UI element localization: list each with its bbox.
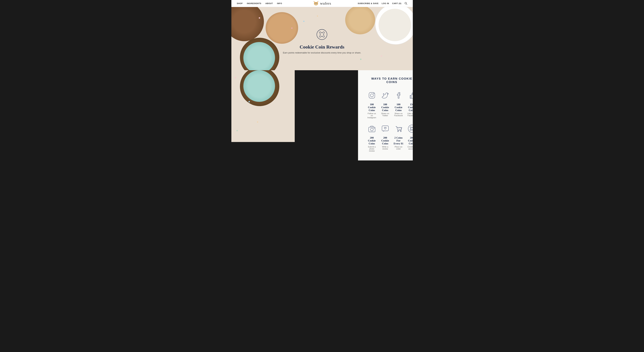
nav-links-left: SHOP INGREDIENTS ABOUT INFO [237,2,282,4]
nav-login[interactable]: LOG IN [382,2,389,4]
rewards-panel: WAYS TO EARN COOKIE COINS 100 Cookie Coi… [358,70,413,161]
nav-shop[interactable]: SHOP [237,2,243,4]
hero-bottom-left [232,70,295,161]
svg-point-32 [408,125,413,132]
hero-coin-icon [316,28,328,40]
instagram-text: 100 Cookie Coins Follow us on Instagram [366,103,377,119]
svg-point-35 [410,129,412,131]
photo-review-text: 200 Cookie Coins Submit a photo review [366,136,377,152]
nav-cart[interactable]: CART (0) [392,2,401,4]
thumbsup-icon [407,90,413,101]
create-account-action: Create an account [407,146,413,150]
facebook-like-text: 150 Cookie Coins Like us on Facebook [407,103,413,117]
cart-icon [393,123,404,134]
reward-photo-review[interactable]: 200 Cookie Coins Submit a photo review [366,123,377,152]
reward-create-account[interactable]: 200 Cookie Coins Create an account [407,123,413,152]
navbar: SHOP INGREDIENTS ABOUT INFO wufers SUBSC… [232,0,413,7]
svg-point-30 [400,131,401,132]
svg-point-24 [374,93,374,94]
heart-chat-icon [380,123,390,134]
twitter-text: 100 Cookie Coins Share on Twitter [380,103,390,117]
photo-review-action: Submit a photo review [366,146,377,152]
page-wrapper: Cookie Coin Rewards Earn points redeemab… [232,7,413,161]
logo-icon [313,0,319,6]
hero-title: Cookie Coin Rewards [283,44,361,50]
instagram-icon [366,90,377,101]
svg-point-7 [405,2,406,4]
hero-content: Cookie Coin Rewards Earn points redeemab… [283,28,361,54]
svg-point-4 [315,3,316,4]
svg-point-23 [370,94,374,97]
nav-links-right: SUBSCRIBE & SAVE LOG IN CART (0) [358,2,407,5]
photo-review-coins: 200 Cookie Coins [366,136,377,145]
svg-point-5 [316,3,317,4]
svg-point-9 [317,29,327,40]
nav-logo[interactable]: wufers [313,0,331,6]
facebook-share-action: Share on Facebook [393,112,404,117]
write-review-action: Write a review [380,146,390,150]
svg-point-36 [412,129,413,131]
write-review-text: 200 Cookie Coins Write a review [380,136,390,150]
twitter-icon [380,90,390,101]
facebook-share-coins: 100 Cookie Coins [393,103,404,112]
rewards-grid: 100 Cookie Coins Follow us on Instagram … [366,90,413,152]
svg-point-27 [374,128,374,129]
rewards-section-title: WAYS TO EARN COOKIE COINS [366,77,413,84]
place-order-action: Place an order [393,146,404,150]
reward-twitter[interactable]: 100 Cookie Coins Share on Twitter [380,90,390,119]
bottom-section: WAYS TO EARN COOKIE COINS 100 Cookie Coi… [232,70,413,161]
svg-point-33 [410,127,412,128]
nav-subscribe[interactable]: SUBSCRIBE & SAVE [358,2,378,4]
svg-point-6 [316,4,316,4]
place-order-coins: 2 Coins For Every $1 [393,136,404,145]
svg-rect-28 [382,126,388,131]
svg-marker-2 [314,1,315,2]
facebook-like-coins: 150 Cookie Coins [407,103,413,112]
twitter-coins: 100 Cookie Coins [380,103,390,112]
nav-about[interactable]: ABOUT [266,2,273,4]
instagram-action: Follow us on Instagram [366,112,377,119]
svg-point-31 [399,127,401,130]
place-order-text: 2 Coins For Every $1 Place an order [393,136,404,150]
coin-icon [407,123,413,134]
create-account-coins: 200 Cookie Coins [407,136,413,145]
hero-tall-bg [232,70,295,142]
svg-point-26 [370,128,373,131]
svg-point-29 [398,131,398,132]
facebook-share-text: 100 Cookie Coins Share on Facebook [393,103,404,117]
reward-write-review[interactable]: 200 Cookie Coins Write a review [380,123,390,152]
hero-subtitle: Earn points redeemable for exclusive dis… [283,51,361,54]
reward-instagram[interactable]: 100 Cookie Coins Follow us on Instagram [366,90,377,119]
hero-section: Cookie Coin Rewards Earn points redeemab… [232,7,413,70]
svg-line-8 [406,4,407,5]
create-account-text: 200 Cookie Coins Create an account [407,136,413,150]
svg-point-34 [412,127,413,128]
nav-info[interactable]: INFO [277,2,282,4]
svg-marker-3 [317,1,318,2]
twitter-action: Share on Twitter [380,112,390,117]
instagram-coins: 100 Cookie Coins [366,103,377,112]
reward-facebook-share[interactable]: 100 Cookie Coins Share on Facebook [393,90,404,119]
reward-facebook-like[interactable]: 150 Cookie Coins Like us on Facebook [407,90,413,119]
search-icon[interactable] [404,2,407,5]
facebook-like-action: Like us on Facebook [407,112,413,117]
nav-ingredients[interactable]: INGREDIENTS [247,2,261,4]
write-review-coins: 200 Cookie Coins [380,136,390,145]
facebook-icon [393,90,404,101]
logo-text: wufers [320,1,331,6]
camera-icon [366,123,377,134]
reward-place-order[interactable]: 2 Coins For Every $1 Place an order [393,123,404,152]
